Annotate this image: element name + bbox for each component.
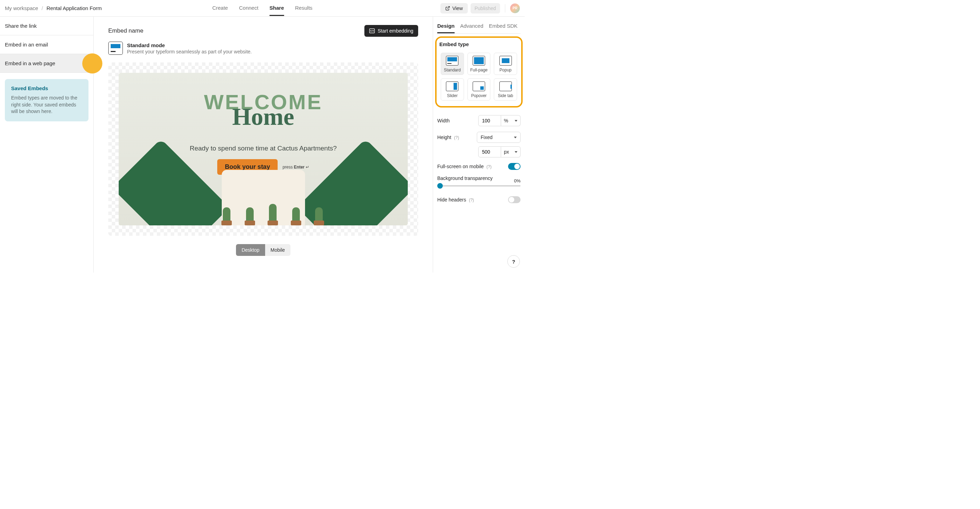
width-unit: % <box>504 118 508 124</box>
external-link-icon <box>445 6 450 11</box>
height-mode-select[interactable]: Fixed <box>477 132 520 143</box>
embed-type-label-txt: Full-page <box>470 68 488 73</box>
help-icon[interactable]: (?) <box>454 135 459 140</box>
transparency-label: Background transparency <box>437 176 520 181</box>
height-unit: px <box>504 149 509 155</box>
transparency-value: 0% <box>514 178 520 184</box>
hide-headers-toggle[interactable] <box>508 196 520 203</box>
sidebar-item-share-link[interactable]: Share the link <box>0 17 93 35</box>
home-word: Home <box>232 103 294 131</box>
embed-type-fullpage[interactable]: Full-page <box>468 53 491 75</box>
right-panel: Design Advanced Embed SDK Embed type Sta… <box>433 17 525 273</box>
width-unit-select[interactable]: % <box>501 115 520 126</box>
center-header: Embed name Start embedding <box>108 25 418 37</box>
start-embedding-label: Start embedding <box>377 28 413 33</box>
embed-type-sidetab[interactable]: Side tab <box>494 78 517 101</box>
code-icon <box>369 29 375 33</box>
mode-row: Standard mode Present your typeform seam… <box>108 41 418 55</box>
start-embedding-button[interactable]: Start embedding <box>364 25 418 37</box>
preview-container: WELCOME Home Ready to spend some time at… <box>108 62 418 236</box>
svg-line-0 <box>447 6 449 8</box>
fullscreen-row: Full-screen on mobile (?) <box>437 163 520 170</box>
rtab-embed-sdk[interactable]: Embed SDK <box>489 21 518 33</box>
embed-type-label-txt: Slider <box>447 93 458 98</box>
sidebar-item-embed-email[interactable]: Embed in an email <box>0 35 93 54</box>
mode-text: Standard mode Present your typeform seam… <box>127 42 251 54</box>
tab-connect[interactable]: Connect <box>239 1 259 16</box>
preview-decor <box>119 166 408 225</box>
sidebar-item-label: Embed in a web page <box>5 60 55 66</box>
tab-share[interactable]: Share <box>270 1 284 16</box>
height-input-group: px <box>478 146 520 157</box>
embed-type-highlight: Embed type Standard Full-page Popup Slid… <box>435 36 523 108</box>
fullscreen-label-txt: Full-screen on mobile <box>437 164 484 169</box>
fullpage-icon <box>473 56 485 65</box>
tip-title: Saved Embeds <box>11 85 82 91</box>
cactus-icon <box>269 204 277 221</box>
cactus-icon <box>315 207 323 221</box>
sidetab-icon <box>500 81 512 91</box>
right-tabs: Design Advanced Embed SDK <box>437 21 520 33</box>
topbar: My workspace / Rental Application Form C… <box>0 0 525 17</box>
width-input[interactable] <box>478 115 501 126</box>
slider-thumb[interactable] <box>437 183 443 189</box>
embed-type-standard[interactable]: Standard <box>441 53 464 75</box>
preview-question: Ready to spend some time at Cactus Apart… <box>190 144 337 152</box>
breadcrumb-workspace[interactable]: My workspace <box>5 5 38 11</box>
embed-type-grid: Standard Full-page Popup Slider Popover <box>439 51 519 102</box>
height-input[interactable] <box>478 146 501 157</box>
height-value-row: px <box>437 146 520 157</box>
popup-icon <box>500 56 512 65</box>
view-button[interactable]: View <box>441 3 468 14</box>
height-unit-select[interactable]: px <box>501 146 520 157</box>
height-mode: Fixed <box>480 135 492 140</box>
tab-results[interactable]: Results <box>295 1 312 16</box>
hide-headers-row: Hide headers (?) <box>437 196 520 203</box>
height-label-txt: Height <box>437 135 451 140</box>
divider <box>505 4 505 13</box>
hide-headers-label: Hide headers (?) <box>437 197 474 203</box>
height-label: Height (?) <box>437 135 459 140</box>
embed-type-popover[interactable]: Popover <box>468 78 491 101</box>
embed-name-heading: Embed name <box>108 27 143 34</box>
breadcrumb: My workspace / Rental Application Form <box>5 5 102 11</box>
embed-type-popup[interactable]: Popup <box>494 53 517 75</box>
rtab-advanced[interactable]: Advanced <box>460 21 484 33</box>
rtab-design[interactable]: Design <box>437 21 455 33</box>
embed-type-label-txt: Side tab <box>498 93 513 98</box>
chevron-down-icon <box>515 151 517 153</box>
breadcrumb-sep: / <box>41 5 43 11</box>
top-nav: Create Connect Share Results <box>212 1 313 16</box>
popover-icon <box>473 81 485 91</box>
cactus-icon <box>292 207 300 221</box>
main-layout: Share the link Embed in an email Embed i… <box>0 17 525 273</box>
standard-mode-icon <box>108 41 123 55</box>
mode-desc: Present your typeform seamlessly as part… <box>127 49 251 54</box>
fullscreen-label: Full-screen on mobile (?) <box>437 164 492 169</box>
breadcrumb-form[interactable]: Rental Application Form <box>46 5 102 11</box>
device-desktop[interactable]: Desktop <box>236 244 265 256</box>
help-fab[interactable]: ? <box>508 255 520 268</box>
embed-type-slider[interactable]: Slider <box>441 78 464 101</box>
sidebar-item-embed-web[interactable]: Embed in a web page <box>0 54 93 73</box>
height-row: Height (?) Fixed <box>437 132 520 143</box>
width-label: Width <box>437 118 450 124</box>
device-mobile[interactable]: Mobile <box>265 244 290 256</box>
form-preview: WELCOME Home Ready to spend some time at… <box>119 73 408 225</box>
tab-create[interactable]: Create <box>212 1 228 16</box>
transparency-slider[interactable]: 0% <box>437 185 520 187</box>
avatar[interactable]: PR <box>510 3 520 13</box>
cactus-icon <box>246 207 254 221</box>
center-pane: Embed name Start embedding Standard mode… <box>94 17 433 273</box>
help-icon[interactable]: (?) <box>487 164 492 169</box>
view-label: View <box>452 6 463 11</box>
published-button[interactable]: Published <box>471 3 500 14</box>
help-icon[interactable]: (?) <box>469 198 474 203</box>
mode-title: Standard mode <box>127 42 251 48</box>
chevron-down-icon <box>514 136 517 138</box>
embed-type-label-txt: Popover <box>471 93 487 98</box>
fullscreen-toggle[interactable] <box>508 163 520 170</box>
saved-embeds-tip: Saved Embeds Embed types are moved to th… <box>5 79 89 121</box>
device-toggle: Desktop Mobile <box>236 244 290 256</box>
width-input-group: % <box>478 115 520 126</box>
